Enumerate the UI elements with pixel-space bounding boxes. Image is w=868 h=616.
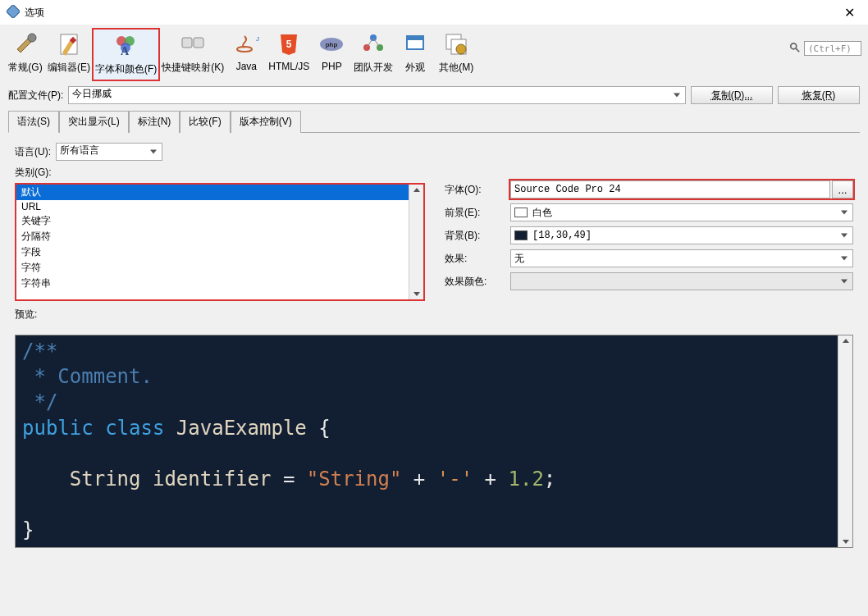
search-input[interactable] (804, 41, 861, 56)
effect-color-select[interactable] (510, 272, 853, 290)
list-item[interactable]: 分隔符 (16, 229, 409, 244)
other-button[interactable]: 其他(M) (436, 28, 477, 78)
list-item[interactable]: 默认 (16, 185, 409, 200)
language-label: 语言(U): (15, 145, 51, 159)
background-select[interactable]: [18,30,49] (510, 226, 853, 244)
tab-syntax[interactable]: 语法(S) (8, 111, 59, 133)
svg-text:A: A (121, 45, 130, 57)
php-button[interactable]: php PHP (311, 28, 352, 75)
svg-point-25 (456, 44, 466, 54)
profile-select[interactable]: 今日挪威 (68, 86, 686, 104)
tab-compare[interactable]: 比较(F) (180, 111, 230, 133)
category-listbox[interactable]: 默认 URL 关键字 分隔符 字段 字符 字符串 (15, 183, 425, 301)
svg-point-1 (28, 34, 36, 42)
svg-line-20 (373, 38, 380, 48)
general-button[interactable]: 常规(G) (5, 28, 46, 78)
list-item[interactable]: 字段 (16, 244, 409, 260)
appearance-button[interactable]: 外观 (395, 28, 436, 78)
svg-rect-8 (182, 38, 192, 48)
svg-rect-0 (7, 5, 20, 18)
toolbar: 常规(G) 编辑器(E) A 字体和颜色(F) 快捷键映射(K) Java Ja… (0, 25, 868, 83)
close-icon[interactable]: ✕ (838, 2, 861, 24)
list-item[interactable]: 字符串 (16, 276, 409, 291)
font-ellipsis-button[interactable]: ... (832, 180, 853, 198)
profile-label: 配置文件(P): (8, 89, 63, 103)
fonts-colors-button[interactable]: A 字体和颜色(F) (92, 28, 160, 81)
search-icon[interactable] (789, 42, 801, 56)
java-button[interactable]: Java Java (226, 28, 267, 75)
titlebar: 选项 ✕ (0, 0, 868, 25)
htmljs-button[interactable]: 5 HTML/JS (267, 28, 311, 75)
svg-text:Java: Java (256, 35, 259, 43)
svg-line-19 (367, 38, 373, 48)
foreground-label: 前景(E): (445, 206, 510, 220)
list-item[interactable]: 字符 (16, 260, 409, 276)
svg-text:php: php (326, 41, 338, 48)
tab-version[interactable]: 版本控制(V) (231, 111, 301, 133)
team-button[interactable]: 团队开发 (352, 28, 395, 78)
preview-label: 预览: (15, 308, 425, 322)
list-item[interactable]: URL (16, 200, 409, 213)
restore-button[interactable]: 恢复(R) (778, 86, 860, 104)
font-label: 字体(O): (445, 183, 510, 197)
code-preview: /** * Comment. */ public class JavaExamp… (16, 335, 838, 547)
editor-button[interactable]: 编辑器(E) (46, 28, 92, 78)
preview-box: /** * Comment. */ public class JavaExamp… (15, 335, 853, 548)
background-swatch (514, 230, 528, 240)
svg-text:5: 5 (286, 39, 292, 50)
window-title: 选项 (25, 6, 44, 20)
effect-color-label: 效果颜色: (445, 275, 510, 289)
language-select[interactable]: 所有语言 (56, 143, 162, 161)
scrollbar[interactable] (409, 185, 423, 299)
background-label: 背景(B): (445, 229, 510, 243)
scrollbar[interactable] (838, 335, 852, 547)
svg-rect-9 (194, 38, 203, 48)
list-item[interactable]: 关键字 (16, 213, 409, 229)
keymap-button[interactable]: 快捷键映射(K) (160, 28, 226, 78)
tab-annotate[interactable]: 标注(N) (129, 111, 180, 133)
copy-button[interactable]: 复制(D)... (691, 86, 773, 104)
svg-rect-22 (407, 36, 423, 40)
effect-select[interactable]: 无 (510, 249, 853, 267)
effect-label: 效果: (445, 252, 510, 266)
tab-highlight[interactable]: 突出显示(L) (59, 111, 129, 133)
svg-line-27 (796, 48, 799, 51)
category-label: 类别(G): (15, 166, 425, 180)
svg-point-26 (791, 43, 797, 48)
font-field[interactable]: Source Code Pro 24 (510, 180, 830, 198)
app-icon (7, 5, 20, 21)
tabs: 语法(S) 突出显示(L) 标注(N) 比较(F) 版本控制(V) (8, 111, 860, 133)
foreground-select[interactable]: 白色 (510, 203, 853, 221)
foreground-swatch (514, 208, 528, 217)
